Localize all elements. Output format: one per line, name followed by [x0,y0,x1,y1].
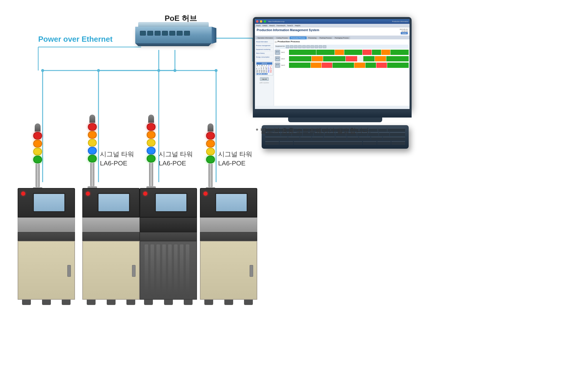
sw-toolbar: Equipment list [275,45,409,49]
tab-production-process[interactable]: Production Process [290,36,307,39]
toolbar-btn-6[interactable] [306,45,310,48]
poe-label: Power over Ethernet [38,35,113,44]
svg-point-17 [215,69,218,72]
tower-2-label: 시그널 타워 LA6-POE [100,150,134,168]
svg-rect-20 [278,51,279,52]
unit1-label: Unit 1 [281,51,288,53]
svg-point-15 [157,69,160,72]
unit2-label: Unit 2 [281,58,288,60]
svg-rect-25 [276,64,277,65]
machine-1 [18,188,75,305]
gantt-row-unit2: Unit 2 [275,56,409,61]
gantt-row-unit3: Unit 3 [275,63,409,68]
toolbar-btn-3[interactable] [294,45,298,48]
tab-packing[interactable]: Packing Process [318,36,333,39]
update-button[interactable]: Update [401,32,408,34]
toolbar-btn-5[interactable] [302,45,306,48]
svg-point-16 [173,69,176,72]
sidebar-actual-info[interactable]: Actual information [255,40,273,44]
toolbar-btn-2[interactable] [290,45,293,48]
sidebar-process-mgmt[interactable]: Process management [255,44,273,48]
svg-rect-22 [276,58,277,59]
tab-packaging[interactable]: Packaging Process [333,36,350,39]
tower-3-label: 시그널 타워 LA6-POE [159,150,193,168]
logout-button[interactable]: Log out [260,77,269,81]
machine-3 [140,188,197,305]
software-ui: https://notification.xx.jp Production In… [255,19,410,109]
sidebar-alarm-history[interactable]: Alarm history [255,51,273,55]
diagram-area: Power over Ethernet PoE 허브 [0,0,588,379]
toolbar-btn-8[interactable] [315,45,318,48]
signal-tower-1 [33,123,42,194]
signal-tower-3 [146,115,156,193]
svg-rect-23 [278,58,279,59]
svg-point-14 [97,69,100,72]
svg-rect-19 [276,51,277,52]
production-process-checkbox[interactable] [275,41,277,43]
gantt-chart-unit2 [289,56,409,61]
sidebar-equipment-monitoring[interactable]: Equipment monitoring [255,48,273,51]
toolbar-btn-1[interactable] [286,45,289,48]
software-note: * 별도의 응용 소프트웨어가 필요합니다. [256,126,371,135]
machine-4 [200,188,257,305]
toolbar-btn-9[interactable] [319,45,322,48]
toolbar-btn-7[interactable] [310,45,314,48]
toolbar-btn-4[interactable] [298,45,302,48]
tab-operation-info[interactable]: Operation Information [256,36,275,39]
toolbar-btn-10[interactable] [323,45,326,48]
signal-tower-2 [88,115,97,193]
gantt-chart-unit1 [289,50,409,55]
machine-2 [82,188,140,305]
tower-4-label: 시그널 타워 LA6-POE [218,150,252,168]
monitor-screen: https://notification.xx.jp Production In… [253,17,412,111]
signal-tower-4 [206,123,215,194]
tab-cutting-process[interactable]: Cutting Process [275,36,289,39]
section-title: Production Process [278,40,300,43]
svg-rect-26 [278,64,279,65]
svg-point-13 [41,69,44,72]
footer-brand: patlite corporation [255,82,273,83]
gantt-row-unit1: Unit 1 [275,50,409,55]
sidebar-energy[interactable]: Energy consumption [255,55,273,59]
poe-hub-device [135,22,212,46]
app-title: Production Information Management System [257,28,319,32]
unit3-label: Unit 3 [281,64,288,66]
gantt-chart-unit3 [289,63,409,68]
tab-processing[interactable]: Processing [307,36,318,39]
